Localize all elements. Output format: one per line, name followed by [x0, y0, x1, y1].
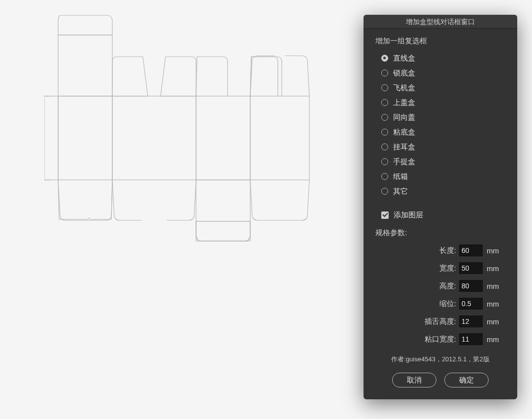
author-info: 作者:guise4543，2012.5.1，第2版 [375, 355, 505, 364]
dialog-title: 增加盒型线对话框窗口 [364, 15, 517, 29]
param-unit: mm [487, 300, 501, 308]
param-row-width: 宽度: mm [375, 262, 505, 274]
checkbox-icon [381, 211, 389, 219]
radio-icon [381, 188, 388, 195]
radio-label: 粘底盒 [393, 128, 415, 137]
param-name: 高度: [439, 281, 456, 291]
radio-other[interactable]: 其它 [381, 184, 505, 199]
checkbox-label: 添加图层 [394, 210, 423, 220]
radio-label: 上盖盒 [393, 98, 415, 107]
width-input[interactable] [459, 262, 483, 274]
tuck-height-input[interactable] [459, 315, 483, 327]
glue-width-input[interactable] [459, 333, 483, 345]
param-row-shrink: 缩位: mm [375, 298, 505, 310]
param-unit: mm [487, 264, 501, 273]
svg-rect-4 [250, 96, 309, 180]
radio-label: 直线盒 [393, 54, 415, 63]
param-name: 宽度: [439, 264, 456, 273]
radio-icon [381, 114, 388, 121]
radio-hang-ear-box[interactable]: 挂耳盒 [381, 140, 505, 154]
param-name: 长度: [439, 246, 456, 255]
svg-rect-1 [58, 96, 112, 180]
radio-label: 飞机盒 [393, 83, 415, 93]
radio-label: 挂耳盒 [393, 142, 415, 152]
radio-label: 手提盒 [393, 157, 415, 167]
svg-rect-5 [58, 35, 112, 96]
radio-icon [381, 84, 388, 91]
radio-icon [381, 173, 388, 180]
param-row-glue-width: 粘口宽度: mm [375, 333, 505, 345]
param-name: 插舌高度: [425, 317, 456, 326]
box-type-radio-group: 直线盒 锁底盒 飞机盒 上盖盒 同向盖 粘底盒 [375, 51, 505, 199]
canvas-area [0, 0, 345, 419]
cancel-button[interactable]: 取消 [392, 373, 436, 387]
radio-group-label: 增加一组复选框 [375, 36, 505, 46]
param-name: 缩位: [439, 299, 456, 309]
radio-handbag-box[interactable]: 手提盒 [381, 154, 505, 169]
param-unit: mm [487, 282, 501, 290]
svg-rect-0 [44, 96, 58, 180]
length-input[interactable] [459, 244, 483, 256]
param-row-length: 长度: mm [375, 244, 505, 256]
radio-label: 同向盖 [393, 113, 415, 122]
param-row-height: 高度: mm [375, 280, 505, 292]
height-input[interactable] [459, 280, 483, 292]
param-unit: mm [487, 317, 501, 326]
box-dieline-diagram [44, 12, 320, 249]
check-icon [382, 211, 388, 217]
radio-carton[interactable]: 纸箱 [381, 169, 505, 184]
radio-icon [381, 158, 388, 165]
svg-rect-3 [196, 96, 250, 180]
param-row-tuck-height: 插舌高度: mm [375, 315, 505, 327]
svg-rect-2 [112, 96, 196, 180]
radio-label: 其它 [393, 187, 408, 196]
radio-straight-box[interactable]: 直线盒 [381, 51, 505, 66]
svg-rect-6 [196, 180, 250, 241]
shrink-input[interactable] [459, 298, 483, 310]
radio-icon [381, 70, 388, 76]
box-type-dialog: 增加盒型线对话框窗口 增加一组复选框 直线盒 锁底盒 飞机盒 上盖盒 同向盖 [364, 15, 517, 399]
radio-icon [381, 99, 388, 106]
param-unit: mm [487, 246, 501, 255]
radio-same-direction-lid[interactable]: 同向盖 [381, 110, 505, 125]
radio-icon [381, 55, 388, 62]
radio-top-lid-box[interactable]: 上盖盒 [381, 95, 505, 110]
radio-icon [381, 143, 388, 150]
param-unit: mm [487, 335, 501, 344]
radio-airplane-box[interactable]: 飞机盒 [381, 80, 505, 95]
add-layer-checkbox[interactable]: 添加图层 [375, 208, 505, 222]
radio-label: 锁底盒 [393, 69, 415, 78]
radio-label: 纸箱 [393, 172, 408, 181]
radio-lock-bottom-box[interactable]: 锁底盒 [381, 66, 505, 80]
confirm-button[interactable]: 确定 [444, 373, 489, 387]
dialog-buttons: 取消 确定 [375, 373, 505, 390]
radio-icon [381, 129, 388, 136]
dialog-body: 增加一组复选框 直线盒 锁底盒 飞机盒 上盖盒 同向盖 [364, 29, 517, 399]
params-section-label: 规格参数: [375, 228, 505, 238]
radio-glue-bottom-box[interactable]: 粘底盒 [381, 125, 505, 140]
param-name: 粘口宽度: [425, 335, 456, 344]
